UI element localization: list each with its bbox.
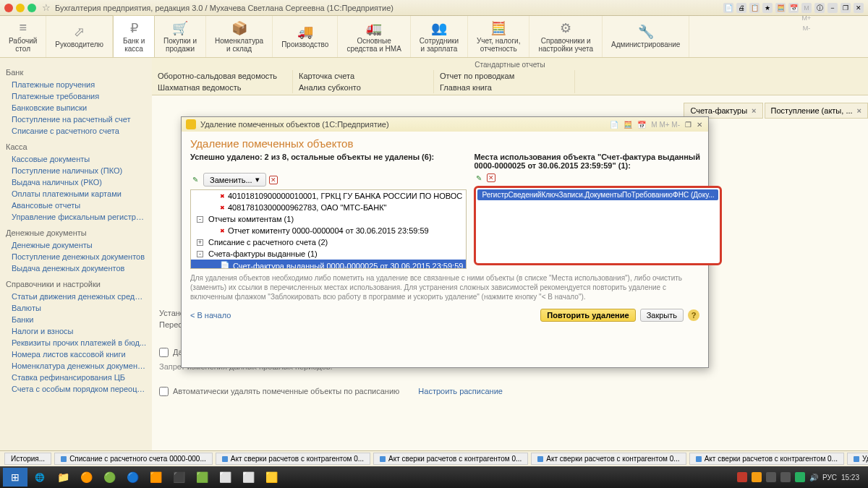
toolbar-section[interactable]: 🔧Администрирование — [603, 16, 689, 57]
auto-delete-checkbox[interactable] — [159, 387, 169, 396]
task-app[interactable]: ⬛ — [168, 468, 190, 487]
dlg-tool-icon[interactable]: 📅 — [636, 121, 647, 129]
tree-row[interactable]: -Счета-фактуры выданные (1) — [191, 248, 466, 260]
dlg-tool-icon[interactable]: 🧮 — [622, 121, 634, 129]
task-app[interactable]: 🟢 — [98, 468, 120, 487]
dlg-restore-icon[interactable]: ❐ — [684, 121, 693, 129]
close-icon[interactable]: × — [752, 106, 756, 115]
task-app[interactable]: ⬜ — [214, 468, 236, 487]
report-link[interactable]: Отчет по проводкам — [434, 70, 575, 82]
bottom-tab[interactable]: Списание с расчетного счета 0000-000... — [54, 453, 213, 465]
bottom-tab[interactable]: Акт сверки расчетов с контрагентом 0... — [531, 453, 686, 465]
help-icon[interactable]: ? — [688, 309, 699, 321]
tb-icon[interactable]: 🧮 — [775, 3, 786, 13]
sidebar-link[interactable]: Управление фискальным регистра... — [6, 211, 146, 223]
tray-icon[interactable] — [795, 472, 805, 482]
sidebar-link[interactable]: Авансовые отчеты — [6, 200, 146, 211]
sidebar-link[interactable]: Ставка рефинансирования ЦБ — [6, 372, 146, 383]
tray-icon[interactable] — [780, 472, 791, 482]
tb-icon[interactable]: ★ — [762, 3, 773, 13]
sidebar-link[interactable]: Денежные документы — [6, 239, 146, 251]
toolbar-section[interactable]: 🧮Учет, налоги,отчетность — [468, 16, 529, 57]
tb-icon[interactable]: 🖨 — [736, 3, 746, 13]
report-link[interactable]: Шахматная ведомость — [152, 82, 293, 93]
sidebar-link[interactable]: Банки — [6, 314, 146, 325]
task-app[interactable]: ⬜ — [237, 468, 259, 487]
task-1c[interactable]: 🟨 — [260, 468, 282, 487]
edit-icon[interactable]: ✎ — [190, 175, 200, 185]
dlg-close-icon[interactable]: ✕ — [695, 121, 704, 129]
sidebar-link[interactable]: Платежные поручения — [6, 79, 146, 90]
task-ie[interactable]: 🌐 — [29, 473, 51, 482]
retry-delete-button[interactable]: Повторить удаление — [540, 309, 635, 322]
schedule-link[interactable]: Настроить расписание — [418, 385, 503, 397]
sidebar-link[interactable]: Поступление на расчетный счет — [6, 114, 146, 125]
objects-tree[interactable]: ✖40101810900000010001, ГРКЦ ГУ БАНКА РОС… — [190, 189, 467, 269]
toolbar-section[interactable]: 📦Номенклатураи склад — [206, 16, 273, 57]
tree-row[interactable]: +Списание с расчетного счета (2) — [191, 236, 466, 248]
toolbar-section[interactable]: 🚛Основныесредства и НМА — [338, 16, 410, 57]
sidebar-link[interactable]: Оплаты платежными картами — [6, 188, 146, 200]
report-link[interactable]: Анализ субконто — [293, 82, 434, 93]
restore-icon[interactable]: ❐ — [841, 3, 851, 13]
sidebar-link[interactable]: Списание с расчетного счета — [6, 125, 146, 137]
back-link[interactable]: < В начало — [190, 311, 231, 320]
report-link[interactable]: Оборотно-сальдовая ведомость — [152, 70, 293, 82]
tree-row[interactable]: ✖Отчет комитенту 0000-0000004 от 30.06.2… — [191, 225, 466, 236]
tb-icon[interactable]: 📅 — [788, 3, 799, 13]
min-btn[interactable] — [16, 4, 25, 12]
bottom-tab[interactable]: Акт сверки расчетов с контрагентом 0... — [373, 453, 528, 465]
sidebar-link[interactable]: Налоги и взносы — [6, 325, 146, 337]
sidebar-link[interactable]: Выдача наличных (РКО) — [6, 176, 146, 188]
task-skype[interactable]: 🔵 — [122, 468, 143, 487]
sidebar-link[interactable]: Статьи движения денежных средств — [6, 291, 146, 302]
sidebar-link[interactable]: Номера листов кассовой книги — [6, 348, 146, 360]
toolbar-section[interactable]: 🛒Покупки ипродажи — [155, 16, 206, 57]
close-icon[interactable]: ✕ — [854, 3, 864, 13]
tray-sound-icon[interactable]: 🔊 — [809, 474, 818, 481]
task-app[interactable]: 🟠 — [75, 468, 97, 487]
clock[interactable]: 15:23 — [841, 474, 859, 481]
task-folder[interactable]: 📁 — [52, 468, 74, 487]
sidebar-link[interactable]: Счета с особым порядком переоце... — [6, 383, 146, 395]
delete-icon[interactable]: ✕ — [269, 176, 278, 184]
toolbar-section[interactable]: ⬀Руководителю — [46, 16, 113, 57]
tray-icon[interactable] — [737, 472, 747, 482]
sidebar-link[interactable]: Номенклатура денежных документов — [6, 360, 146, 372]
tb-icon[interactable]: 📋 — [749, 3, 760, 13]
tb-icon[interactable]: 📄 — [723, 3, 733, 13]
help-icon[interactable]: ⓘ — [814, 3, 825, 13]
bottom-tab[interactable]: Акт сверки расчетов с контрагентом 0... — [216, 453, 370, 465]
sidebar-link[interactable]: Кассовые документы — [6, 153, 146, 165]
task-app[interactable]: 🟩 — [191, 468, 213, 487]
sidebar-link[interactable]: Поступление наличных (ПКО) — [6, 165, 146, 176]
report-link[interactable]: Карточка счета — [293, 70, 434, 82]
sidebar-link[interactable]: Поступление денежных документов — [6, 251, 146, 262]
usage-list[interactable]: РегистрСведенийКлючЗаписи.ДокументыПоТре… — [474, 186, 722, 265]
tree-row[interactable]: ✖40817810300000962783, ОАО "МТС-БАНК" — [191, 202, 466, 213]
bottom-tab[interactable]: Акт сверки расчетов с контрагентом 0... — [689, 453, 844, 465]
close-btn[interactable] — [4, 4, 13, 12]
date-lock-checkbox[interactable] — [159, 348, 169, 357]
toolbar-section[interactable]: 🚚Производство — [273, 16, 338, 57]
min-icon[interactable]: − — [827, 3, 838, 13]
tray-icon[interactable] — [752, 472, 762, 482]
start-button[interactable]: ⊞ — [3, 468, 27, 487]
star-icon[interactable]: ☆ — [42, 2, 51, 13]
lang-indicator[interactable]: РУС — [822, 474, 837, 481]
sidebar-link[interactable]: Банковские выписки — [6, 102, 146, 114]
bottom-tab[interactable]: История... — [4, 453, 51, 465]
sidebar-link[interactable]: Платежные требования — [6, 90, 146, 102]
tray-icon[interactable] — [766, 472, 776, 482]
edit-icon[interactable]: ✎ — [474, 173, 484, 183]
sidebar-link[interactable]: Реквизиты прочих платежей в бюд... — [6, 337, 146, 348]
report-link[interactable]: Главная книга — [434, 82, 575, 93]
toolbar-section[interactable]: ≡Рабочийстол — [0, 16, 46, 57]
replace-button[interactable]: Заменить... ▾ — [203, 173, 266, 187]
tree-row[interactable]: 📄Счет-фактура выданный 0000-0000025 от 3… — [191, 260, 466, 269]
close-icon[interactable]: × — [857, 106, 861, 115]
toolbar-section[interactable]: ⚙Справочники инастройки учета — [529, 16, 603, 57]
sidebar-link[interactable]: Выдача денежных документов — [6, 262, 146, 274]
bottom-tab[interactable]: Удаление помеченных объектов заве... — [847, 453, 868, 465]
delete-icon[interactable]: ✕ — [487, 174, 495, 182]
